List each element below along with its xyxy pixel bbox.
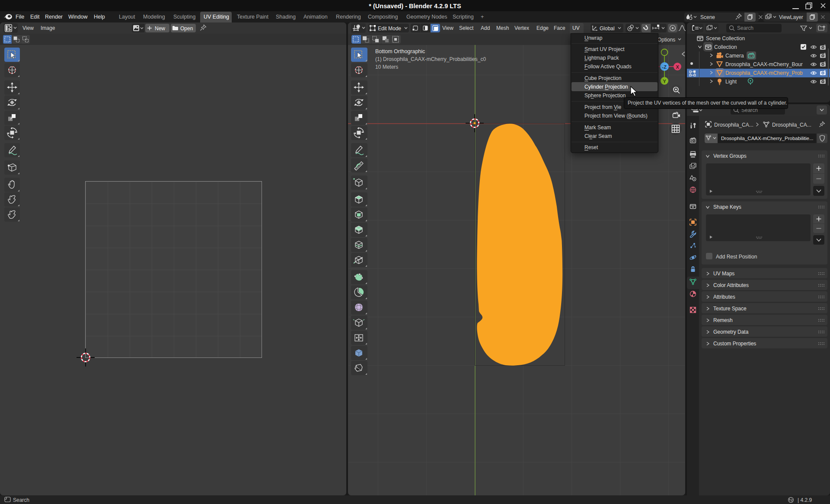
svg-text:Options: Options (658, 37, 675, 43)
svg-text:-Z: -Z (662, 64, 667, 70)
svg-text:Open: Open (180, 26, 193, 32)
svg-text:Global: Global (600, 26, 615, 32)
svg-text:Y: Y (663, 79, 667, 84)
svg-text:X: X (676, 64, 680, 70)
svg-text:Search: Search (737, 25, 753, 31)
svg-text:New: New (155, 26, 165, 32)
svg-text:Edit Mode: Edit Mode (378, 26, 401, 32)
